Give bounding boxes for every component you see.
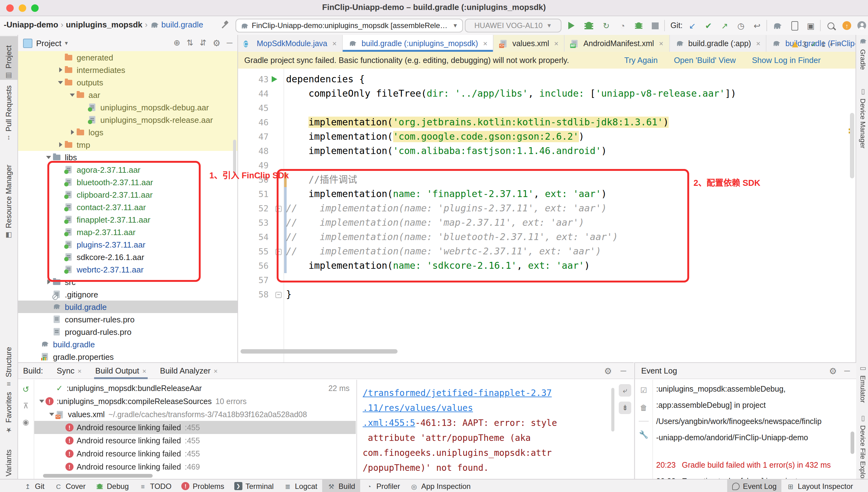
tree-item[interactable]: outputs bbox=[18, 76, 237, 89]
chevron-down-icon[interactable] bbox=[38, 400, 46, 403]
gear-icon[interactable]: ⚙ bbox=[212, 38, 220, 48]
tree-item[interactable]: uniplugins_mopsdk-release.aar bbox=[18, 114, 237, 126]
tree-item[interactable]: intermediates bbox=[18, 64, 237, 76]
statusbar-todo-button[interactable]: ≡TODO bbox=[134, 479, 176, 492]
error-file-link[interactable]: .11/res/values/values bbox=[363, 403, 473, 413]
device-manager-button[interactable] bbox=[789, 20, 800, 31]
show-log-link[interactable]: Show Log in Finder bbox=[752, 55, 821, 65]
tool-strip-tab-favorites[interactable]: ★Favorites bbox=[0, 392, 18, 434]
close-tab-icon[interactable]: × bbox=[659, 39, 663, 48]
sdk-manager-button[interactable]: ▣ bbox=[805, 20, 816, 31]
tree-item[interactable]: consumer-rules.pro bbox=[18, 313, 237, 325]
tree-item[interactable]: .gitignore bbox=[18, 288, 237, 300]
statusbar-app-inspection-button[interactable]: ◎App Inspection bbox=[405, 479, 476, 492]
close-tab-icon[interactable]: × bbox=[554, 39, 559, 48]
close-tab-icon[interactable]: × bbox=[78, 367, 82, 374]
console-scrollbar[interactable] bbox=[611, 388, 614, 432]
attach-debugger-button[interactable] bbox=[633, 20, 644, 31]
event-log-scrollbar[interactable] bbox=[850, 432, 854, 454]
statusbar-terminal-button[interactable]: ❯Terminal bbox=[229, 479, 279, 492]
breadcrumb-module[interactable]: uniplugins_mopsdk bbox=[66, 20, 142, 29]
settings-wrench-icon[interactable]: 🔧 bbox=[639, 430, 648, 439]
profiler-button[interactable]: ◔ bbox=[617, 20, 628, 31]
clear-all-icon[interactable]: 🗑 bbox=[640, 403, 648, 412]
project-view-selector[interactable]: Project bbox=[36, 38, 61, 48]
run-button[interactable] bbox=[566, 20, 577, 31]
statusbar-profiler-button[interactable]: ◔Profiler bbox=[360, 479, 405, 492]
close-tab-icon[interactable]: × bbox=[333, 39, 337, 48]
tab-values-xml[interactable]: <>values.xml× bbox=[494, 35, 564, 52]
hide-panel-icon[interactable]: ─ bbox=[844, 366, 850, 376]
build-output-row[interactable]: !Android resource linking failed:455 bbox=[34, 447, 356, 460]
statusbar-git-button[interactable]: ↥Git bbox=[19, 479, 50, 492]
tool-strip-tab-gradle[interactable]: Gradle bbox=[857, 38, 868, 82]
tool-strip-tab-emulator[interactable]: ▭Emulator bbox=[857, 364, 868, 409]
statusbar-debug-button[interactable]: Debug bbox=[91, 479, 134, 492]
statusbar-build-button[interactable]: ⚒Build bbox=[322, 479, 360, 492]
fold-marker-icon[interactable]: − bbox=[275, 292, 282, 298]
close-tab-icon[interactable]: × bbox=[483, 39, 487, 48]
tree-item[interactable]: tmp bbox=[18, 139, 237, 151]
tab-build-gradle-uniplugins-mopsdk-[interactable]: build.gradle (:uniplugins_mopsdk)× bbox=[343, 35, 494, 52]
statusbar-layout-inspector-button[interactable]: ⊞Layout Inspector bbox=[782, 479, 858, 492]
inspection-widget[interactable]: 3 ✓ 1 ˄ ˅ bbox=[792, 40, 841, 49]
next-error-icon[interactable]: ˅ bbox=[837, 41, 841, 47]
tab-androidmanifest-xml[interactable]: MFAndroidManifest.xml× bbox=[565, 35, 670, 52]
build-hammer-icon[interactable] bbox=[219, 20, 231, 31]
apply-changes-button[interactable]: ↻ bbox=[601, 20, 612, 31]
tree-item[interactable]: proguard-rules.pro bbox=[18, 325, 237, 338]
tool-strip-tab-structure[interactable]: ≡Structure bbox=[0, 345, 18, 388]
run-task-icon[interactable] bbox=[272, 76, 277, 82]
git-update-button[interactable]: ↙ bbox=[687, 20, 698, 31]
gear-icon[interactable]: ⚙ bbox=[604, 366, 612, 376]
avatar[interactable] bbox=[856, 20, 867, 31]
chevron-down-icon[interactable] bbox=[57, 81, 64, 84]
chevron-down-icon[interactable] bbox=[69, 93, 76, 96]
git-push-button[interactable]: ↗ bbox=[719, 20, 730, 31]
build-tree-horizontal-scrollbar[interactable] bbox=[43, 474, 153, 478]
chevron-right-icon[interactable] bbox=[57, 142, 64, 147]
tree-item[interactable]: build.gradle bbox=[18, 338, 237, 350]
tree-item[interactable]: logs bbox=[18, 126, 237, 139]
tree-item[interactable]: uniplugins_mopsdk-debug.aar bbox=[18, 101, 237, 114]
updates-available-button[interactable]: ↑ bbox=[841, 20, 852, 31]
tab-mopsdkmodule-java[interactable]: CMopSdkModule.java× bbox=[238, 35, 343, 52]
stop-button[interactable] bbox=[649, 20, 660, 31]
breadcrumb-file[interactable]: build.gradle bbox=[161, 20, 203, 29]
tool-strip-tab-resource-manager[interactable]: ◨Resource Manager bbox=[0, 146, 18, 240]
hide-panel-icon[interactable]: ─ bbox=[621, 366, 626, 376]
tool-strip-tab-pull-requests[interactable]: ↕Pull Requests bbox=[0, 83, 18, 142]
error-file-link[interactable]: /transformed/jetified-finapplet-2.37 bbox=[363, 388, 552, 398]
gradle-sync-button[interactable] bbox=[771, 20, 783, 31]
chevron-down-icon[interactable] bbox=[45, 155, 52, 159]
run-configuration-select[interactable]: FinClip-Uniapp-demo:uniplugins_mopsdk [a… bbox=[236, 19, 463, 32]
build-tab-sync[interactable]: Sync× bbox=[57, 363, 82, 379]
search-everywhere-button[interactable] bbox=[825, 20, 836, 31]
git-history-button[interactable]: ◷ bbox=[735, 20, 746, 31]
select-first-icon[interactable]: ☑ bbox=[640, 386, 647, 395]
rerun-build-icon[interactable]: ↺ bbox=[22, 385, 29, 394]
gear-icon[interactable]: ⚙ bbox=[829, 366, 837, 376]
tool-strip-tab-device-manager[interactable]: ▯Device Manager bbox=[857, 87, 868, 168]
build-output-row[interactable]: !Android resource linking failed:469 bbox=[34, 460, 356, 472]
close-tab-icon[interactable]: × bbox=[756, 39, 761, 48]
build-output-row[interactable]: !Android resource linking failed:455 bbox=[34, 434, 356, 447]
filter-icon[interactable]: ◉ bbox=[23, 418, 29, 426]
close-tab-icon[interactable]: × bbox=[142, 367, 147, 374]
tree-item[interactable]: aar bbox=[18, 89, 237, 101]
tab-build-gradle-app-[interactable]: build.gradle (:app)× bbox=[669, 35, 767, 52]
error-file-link[interactable]: .xml:455:5 bbox=[363, 418, 415, 428]
soft-wrap-icon[interactable]: ⤶ bbox=[619, 384, 631, 397]
prev-error-icon[interactable]: ˄ bbox=[830, 41, 833, 47]
build-tab-build-output[interactable]: Build Output× bbox=[95, 363, 147, 379]
editor-horizontal-scrollbar[interactable] bbox=[240, 349, 398, 353]
locate-file-icon[interactable]: ⊕ bbox=[174, 38, 180, 48]
tool-strip-tab-project[interactable]: ▤Project bbox=[0, 36, 18, 80]
statusbar-event-log-button[interactable]: Event Log bbox=[727, 479, 781, 492]
statusbar-cover-button[interactable]: CCover bbox=[50, 479, 91, 492]
tree-item[interactable]: generated bbox=[18, 51, 237, 64]
device-select[interactable]: HUAWEI VOG-AL10 ▼ bbox=[465, 19, 561, 32]
chevron-right-icon[interactable] bbox=[57, 67, 64, 72]
tree-item[interactable]: build.gradle bbox=[18, 300, 237, 313]
tree-item[interactable]: gradle.properties bbox=[18, 350, 237, 362]
